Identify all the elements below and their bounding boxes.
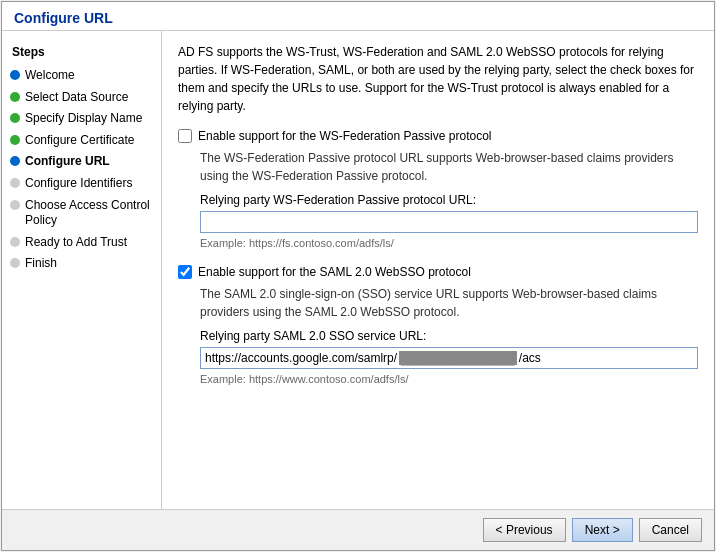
ws-federation-example: Example: https://fs.contoso.com/adfs/ls/ (200, 237, 698, 249)
ws-federation-checkbox-label[interactable]: Enable support for the WS-Federation Pas… (198, 129, 491, 143)
dialog-body: Steps Welcome Select Data Source Specify… (2, 31, 714, 509)
cancel-button[interactable]: Cancel (639, 518, 702, 542)
sidebar-item-label: Configure Identifiers (25, 176, 151, 192)
sidebar-item-label: Choose Access Control Policy (25, 198, 151, 229)
saml-checkbox-row[interactable]: Enable support for the SAML 2.0 WebSSO p… (178, 265, 698, 279)
sidebar-item-select-data-source[interactable]: Select Data Source (2, 87, 161, 109)
ws-federation-checkbox[interactable] (178, 129, 192, 143)
sidebar-item-label: Ready to Add Trust (25, 235, 151, 251)
saml-field-label: Relying party SAML 2.0 SSO service URL: (200, 329, 698, 343)
sidebar-item-finish[interactable]: Finish (2, 253, 161, 275)
sidebar-item-welcome[interactable]: Welcome (2, 65, 161, 87)
dot-icon (10, 237, 20, 247)
sidebar-item-label: Configure Certificate (25, 133, 151, 149)
sidebar-item-ready-to-add-trust[interactable]: Ready to Add Trust (2, 232, 161, 254)
sidebar-item-configure-url[interactable]: Configure URL (2, 151, 161, 173)
saml-description: The SAML 2.0 single-sign-on (SSO) servic… (200, 285, 698, 321)
sidebar-item-label: Configure URL (25, 154, 151, 170)
dot-icon (10, 200, 20, 210)
saml-example: Example: https://www.contoso.com/adfs/ls… (200, 373, 698, 385)
sidebar-item-choose-access-control[interactable]: Choose Access Control Policy (2, 195, 161, 232)
saml-url-wrapper: https://accounts.google.com/samlrp/ ▓▓▓▓… (200, 347, 698, 369)
ws-federation-section: Enable support for the WS-Federation Pas… (178, 129, 698, 249)
steps-label: Steps (2, 41, 161, 65)
sidebar: Steps Welcome Select Data Source Specify… (2, 31, 162, 509)
dot-icon (10, 135, 20, 145)
sidebar-item-label: Specify Display Name (25, 111, 151, 127)
sidebar-item-configure-certificate[interactable]: Configure Certificate (2, 130, 161, 152)
saml-url-suffix: /acs (519, 351, 541, 365)
intro-text: AD FS supports the WS-Trust, WS-Federati… (178, 43, 698, 115)
saml-checkbox[interactable] (178, 265, 192, 279)
ws-federation-checkbox-row[interactable]: Enable support for the WS-Federation Pas… (178, 129, 698, 143)
sidebar-item-label: Welcome (25, 68, 151, 84)
saml-url-redacted: ▓▓▓▓▓▓▓▓▓▓▓▓▓ (399, 351, 517, 365)
ws-federation-description: The WS-Federation Passive protocol URL s… (200, 149, 698, 185)
saml-checkbox-label[interactable]: Enable support for the SAML 2.0 WebSSO p… (198, 265, 471, 279)
configure-url-dialog: Configure URL Steps Welcome Select Data … (1, 1, 715, 551)
sidebar-item-specify-display-name[interactable]: Specify Display Name (2, 108, 161, 130)
main-content: AD FS supports the WS-Trust, WS-Federati… (162, 31, 714, 509)
saml-section: Enable support for the SAML 2.0 WebSSO p… (178, 265, 698, 385)
dot-icon (10, 156, 20, 166)
dot-icon (10, 258, 20, 268)
saml-url-prefix: https://accounts.google.com/samlrp/ (205, 351, 397, 365)
previous-button[interactable]: < Previous (483, 518, 566, 542)
dialog-title: Configure URL (2, 2, 714, 31)
sidebar-item-configure-identifiers[interactable]: Configure Identifiers (2, 173, 161, 195)
dot-icon (10, 92, 20, 102)
next-button[interactable]: Next > (572, 518, 633, 542)
dot-icon (10, 113, 20, 123)
dialog-footer: < Previous Next > Cancel (2, 509, 714, 550)
sidebar-item-label: Select Data Source (25, 90, 151, 106)
dot-icon (10, 70, 20, 80)
sidebar-item-label: Finish (25, 256, 151, 272)
dot-icon (10, 178, 20, 188)
ws-federation-url-input[interactable] (200, 211, 698, 233)
ws-federation-field-label: Relying party WS-Federation Passive prot… (200, 193, 698, 207)
saml-url-display[interactable]: https://accounts.google.com/samlrp/ ▓▓▓▓… (200, 347, 698, 369)
